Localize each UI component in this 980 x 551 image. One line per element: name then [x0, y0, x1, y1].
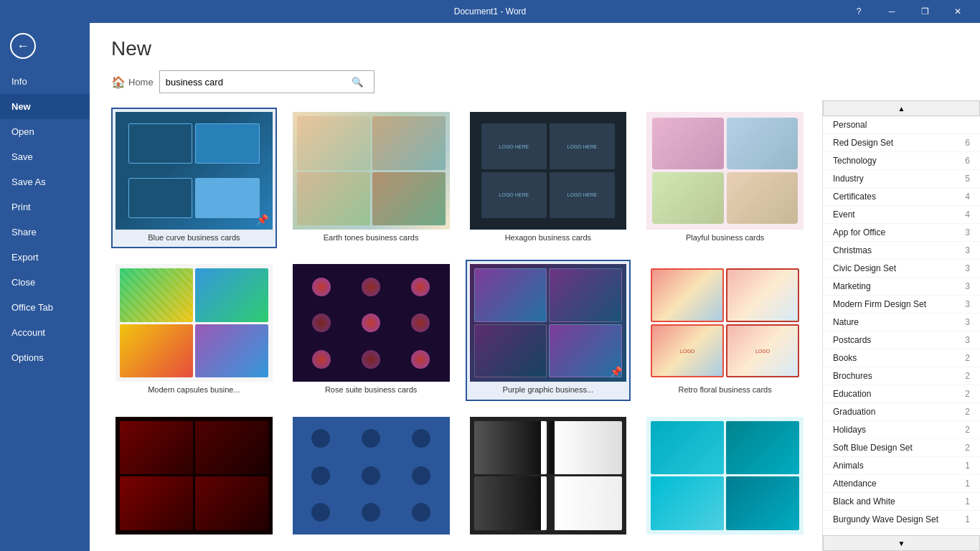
filter-item-app-for-office[interactable]: App for Office 3 [823, 224, 980, 242]
sidebar-item-new[interactable]: New [0, 94, 90, 119]
title-bar: Document1 - Word ? ─ ❐ ✕ [0, 0, 980, 23]
template-card[interactable]: Playful business cards [642, 108, 808, 248]
filter-item-industry[interactable]: Industry 5 [823, 170, 980, 188]
filter-count: 6 [958, 138, 970, 148]
template-label: Purple graphic business... [470, 382, 627, 396]
filter-label: Animals [833, 461, 864, 471]
template-card[interactable] [466, 413, 631, 543]
template-preview [646, 112, 804, 230]
template-label [646, 534, 804, 539]
filter-label: Technology [833, 156, 877, 166]
close-button[interactable]: ✕ [941, 0, 974, 23]
filter-item-burgundy-wave[interactable]: Burgundy Wave Design Set 1 [823, 511, 980, 529]
filter-count: 4 [958, 192, 970, 202]
filter-item-holidays[interactable]: Holidays 2 [823, 421, 980, 439]
page-title: New [111, 37, 958, 60]
template-card[interactable]: Modern capsules busine... [111, 260, 277, 400]
filter-item-event[interactable]: Event 4 [823, 206, 980, 224]
template-label: Rose suite business cards [293, 382, 450, 396]
filter-item-brochures[interactable]: Brochures 2 [823, 367, 980, 385]
filter-item-graduation[interactable]: Graduation 2 [823, 403, 980, 421]
template-preview [293, 112, 450, 230]
filter-count: 3 [958, 299, 970, 309]
filter-count: 1 [958, 461, 970, 471]
sidebar-item-share[interactable]: Share [0, 220, 90, 245]
template-label [116, 534, 273, 539]
filter-scroll-area[interactable]: Personal Red Design Set 6 Technology 6 I… [823, 116, 980, 535]
filter-label: Industry [833, 174, 864, 184]
filter-item-red-design-set[interactable]: Red Design Set 6 [823, 134, 980, 152]
filter-count: 3 [958, 281, 970, 291]
search-input[interactable] [160, 72, 347, 92]
template-card[interactable]: 📌 Blue curve business cards [111, 108, 277, 248]
sidebar-item-save-as[interactable]: Save As [0, 169, 90, 194]
filter-item-christmas[interactable]: Christmas 3 [823, 242, 980, 260]
filter-item-education[interactable]: Education 2 [823, 385, 980, 403]
filter-scroll-up-button[interactable]: ▲ [823, 100, 980, 116]
filter-item-soft-blue[interactable]: Soft Blue Design Set 2 [823, 439, 980, 457]
sidebar-item-options[interactable]: Options [0, 345, 90, 370]
template-card[interactable]: LOGO LOGO Retro floral business cards [642, 260, 808, 400]
filter-label: Books [833, 353, 857, 363]
sidebar-item-close[interactable]: Close [0, 270, 90, 295]
template-card[interactable]: 📌 Purple graphic business... [466, 260, 631, 400]
filter-count: 2 [958, 407, 970, 417]
filter-label: Black and White [833, 496, 895, 507]
filter-item-animals[interactable]: Animals 1 [823, 457, 980, 475]
template-card[interactable] [642, 413, 808, 543]
sidebar-item-info[interactable]: Info [0, 69, 90, 94]
filter-scroll-down-button[interactable]: ▼ [823, 535, 980, 551]
filter-count: 3 [958, 317, 970, 327]
filter-item-certificates[interactable]: Certificates 4 [823, 188, 980, 206]
filter-item-personal[interactable]: Personal [823, 116, 980, 134]
sidebar-item-open[interactable]: Open [0, 119, 90, 144]
filter-count: 2 [958, 371, 970, 381]
sidebar-item-export[interactable]: Export [0, 245, 90, 270]
filter-item-attendance[interactable]: Attendance 1 [823, 475, 980, 493]
sidebar-item-office-tab[interactable]: Office Tab [0, 295, 90, 320]
template-card[interactable]: LOGO HERE LOGO HERE LOGO HERE LOGO HERE … [466, 108, 631, 248]
filter-label: Brochures [833, 371, 872, 381]
filter-item-marketing[interactable]: Marketing 3 [823, 278, 980, 296]
filter-item-books[interactable]: Books 2 [823, 349, 980, 367]
pin-icon: 📌 [610, 366, 622, 377]
template-preview: LOGO HERE LOGO HERE LOGO HERE LOGO HERE [470, 112, 627, 230]
sidebar-item-print[interactable]: Print [0, 194, 90, 220]
filter-item-postcards[interactable]: Postcards 3 [823, 331, 980, 349]
sidebar-item-account[interactable]: Account [0, 320, 90, 345]
filter-label: Burgundy Wave Design Set [833, 514, 938, 524]
filter-label: Education [833, 389, 871, 399]
home-link[interactable]: 🏠 Home [111, 75, 154, 89]
filter-label: App for Office [833, 227, 885, 237]
template-label: Retro floral business cards [646, 382, 804, 396]
restore-button[interactable]: ❐ [908, 0, 941, 23]
template-card[interactable] [111, 413, 277, 543]
filter-item-nature[interactable]: Nature 3 [823, 314, 980, 331]
sidebar-item-save[interactable]: Save [0, 144, 90, 169]
back-button[interactable]: ← [6, 29, 40, 63]
template-preview: 📌 [470, 264, 627, 382]
filter-count: 2 [958, 425, 970, 435]
filter-item-black-and-white[interactable]: Black and White 1 [823, 493, 980, 511]
template-label: Hexagon business cards [470, 230, 627, 244]
template-preview [116, 417, 273, 534]
template-card[interactable]: Earth tones business cards [288, 108, 454, 248]
template-label: Earth tones business cards [293, 230, 450, 244]
filter-count: 2 [958, 389, 970, 399]
help-button[interactable]: ? [842, 0, 875, 23]
filter-label: Christmas [833, 245, 872, 255]
template-card[interactable] [288, 413, 454, 543]
filter-label: Nature [833, 317, 859, 327]
filter-label: Certificates [833, 192, 876, 202]
filter-label: Graduation [833, 407, 875, 417]
minimize-button[interactable]: ─ [875, 0, 908, 23]
template-card[interactable]: Rose suite business cards [288, 260, 454, 400]
filter-item-modern-firm[interactable]: Modern Firm Design Set 3 [823, 296, 980, 314]
filter-label: Civic Design Set [833, 263, 896, 273]
filter-label: Event [833, 209, 855, 220]
search-button[interactable]: 🔍 [347, 71, 369, 93]
filter-item-civic-design-set[interactable]: Civic Design Set 3 [823, 260, 980, 278]
filter-label: Modern Firm Design Set [833, 299, 926, 309]
content-area: New 🏠 Home 🔍 [90, 23, 980, 551]
filter-item-technology[interactable]: Technology 6 [823, 152, 980, 170]
